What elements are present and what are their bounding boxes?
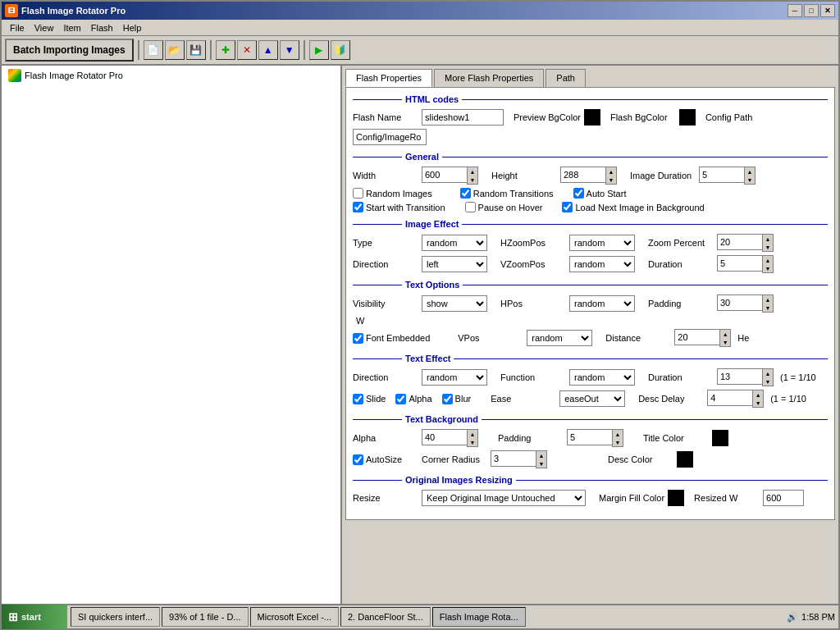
random-transitions-checkbox[interactable] [460, 188, 471, 199]
image-duration-input[interactable] [699, 167, 744, 183]
preview-bgcolor-swatch[interactable] [584, 109, 600, 126]
start-with-transition-checkbox[interactable] [353, 202, 363, 212]
add-button[interactable]: ✚ [216, 40, 235, 60]
minimize-button[interactable]: ─ [788, 4, 802, 17]
te-slide-checkbox[interactable] [353, 394, 363, 404]
config-path-input[interactable] [353, 129, 427, 145]
width-spin-down[interactable]: ▼ [468, 176, 477, 184]
auto-start-checkbox-label[interactable]: Auto Start [573, 188, 627, 199]
image-duration-spin-down[interactable]: ▼ [745, 176, 755, 184]
oir-resized-w-input[interactable] [763, 490, 804, 506]
play-button[interactable]: ▶ [309, 40, 329, 60]
height-spin-up[interactable]: ▲ [606, 167, 616, 176]
image-duration-spin-up[interactable]: ▲ [745, 167, 755, 176]
save-button[interactable]: 💾 [186, 40, 206, 60]
taskbar-item-3[interactable]: 2. DanceFloor St... [340, 607, 431, 627]
tb-corner-radius-spin-down[interactable]: ▼ [536, 459, 546, 468]
to-distance-spin-down[interactable]: ▼ [720, 338, 730, 346]
height-input[interactable] [560, 167, 605, 183]
to-distance-input[interactable] [674, 329, 719, 345]
tb-corner-radius-spin-up[interactable]: ▲ [536, 451, 546, 459]
tb-desc-color-swatch[interactable] [677, 451, 693, 468]
taskbar-item-2[interactable]: Microsoft Excel -... [250, 607, 339, 627]
pause-on-hover-checkbox[interactable] [465, 202, 476, 212]
tab-flash-properties[interactable]: Flash Properties [345, 69, 432, 87]
random-images-checkbox-label[interactable]: Random Images [353, 188, 432, 199]
up-button[interactable]: ▲ [258, 40, 278, 60]
width-spin-up[interactable]: ▲ [468, 167, 477, 176]
te-blur-checkbox[interactable] [442, 394, 453, 404]
flash-name-input[interactable] [422, 109, 504, 126]
menu-help[interactable]: Help [118, 21, 147, 34]
flash-bgcolor-swatch[interactable] [679, 109, 696, 126]
close-button[interactable]: ✕ [820, 4, 835, 17]
te-desc-delay-spin-up[interactable]: ▲ [753, 390, 763, 399]
tab-more-flash-properties[interactable]: More Flash Properties [434, 69, 544, 87]
ie-vzoompos-dropdown[interactable]: random [569, 256, 635, 272]
restore-button[interactable]: □ [804, 4, 819, 17]
down-button[interactable]: ▼ [280, 40, 299, 60]
ie-type-dropdown[interactable]: random [422, 235, 487, 251]
tb-autosize-checkbox-label[interactable]: AutoSize [353, 454, 402, 465]
taskbar-item-0[interactable]: SI quickers interf... [71, 607, 160, 627]
new-button[interactable]: 📄 [144, 40, 163, 60]
ie-duration-spin-down[interactable]: ▼ [763, 264, 773, 272]
oir-resize-dropdown[interactable]: Keep Original Image Untouched [422, 490, 586, 506]
menu-flash[interactable]: Flash [86, 21, 118, 34]
open-button[interactable]: 📂 [165, 40, 185, 60]
te-duration-spin-up[interactable]: ▲ [763, 369, 773, 377]
ie-zoom-percent-input[interactable] [717, 234, 762, 250]
to-distance-spin-up[interactable]: ▲ [720, 330, 730, 338]
random-transitions-checkbox-label[interactable]: Random Transitions [460, 188, 554, 199]
menu-item[interactable]: Item [58, 21, 85, 34]
start-with-transition-checkbox-label[interactable]: Start with Transition [353, 202, 445, 212]
oir-margin-fill-color-swatch[interactable] [668, 490, 684, 506]
taskbar-item-4[interactable]: Flash Image Rota... [432, 607, 526, 627]
te-desc-delay-input[interactable] [707, 390, 752, 406]
tb-padding-spin-down[interactable]: ▼ [613, 438, 623, 446]
font-embedded-checkbox-label[interactable]: Font Embedded [353, 333, 430, 344]
te-alpha-checkbox-label[interactable]: Alpha [395, 394, 431, 404]
import-button[interactable]: 🔰 [331, 40, 350, 60]
te-direction-dropdown[interactable]: random [422, 369, 487, 386]
auto-start-checkbox[interactable] [573, 188, 584, 199]
load-next-image-checkbox[interactable] [562, 202, 573, 212]
ie-zoom-percent-spin-up[interactable]: ▲ [763, 235, 773, 243]
tb-autosize-checkbox[interactable] [353, 454, 363, 465]
to-padding-spin-up[interactable]: ▲ [763, 295, 773, 304]
ie-duration-spin-up[interactable]: ▲ [763, 256, 773, 264]
load-next-image-checkbox-label[interactable]: Load Next Image in Background [562, 202, 704, 212]
tb-alpha-spin-down[interactable]: ▼ [468, 438, 477, 446]
te-desc-delay-spin-down[interactable]: ▼ [753, 399, 763, 407]
tb-alpha-input[interactable] [422, 429, 467, 445]
to-padding-input[interactable] [717, 294, 762, 311]
tree-item-root[interactable]: Flash Image Rotator Pro [2, 66, 340, 85]
tb-title-color-swatch[interactable] [712, 430, 728, 446]
font-embedded-checkbox[interactable] [353, 333, 363, 344]
tb-corner-radius-input[interactable] [491, 450, 536, 467]
pause-on-hover-checkbox-label[interactable]: Pause on Hover [465, 202, 543, 212]
te-ease-dropdown[interactable]: easeOut [559, 390, 625, 407]
te-blur-checkbox-label[interactable]: Blur [442, 394, 472, 404]
ie-duration-input[interactable] [717, 255, 762, 272]
ie-hzoompos-dropdown[interactable]: random [569, 235, 635, 251]
te-duration-spin-down[interactable]: ▼ [763, 377, 773, 386]
tb-alpha-spin-up[interactable]: ▲ [468, 430, 477, 438]
menu-view[interactable]: View [30, 21, 59, 34]
tb-padding-input[interactable] [567, 429, 612, 445]
start-button[interactable]: ⊞ start [2, 605, 67, 629]
batch-import-button[interactable]: Batch Importing Images [5, 39, 134, 62]
random-images-checkbox[interactable] [353, 188, 363, 199]
te-function-dropdown[interactable]: random [569, 369, 635, 386]
to-hpos-dropdown[interactable]: random [569, 295, 635, 312]
ie-direction-dropdown[interactable]: left [422, 256, 487, 272]
menu-file[interactable]: File [5, 21, 30, 34]
to-padding-spin-down[interactable]: ▼ [763, 304, 773, 312]
tab-path[interactable]: Path [546, 69, 586, 87]
te-duration-input[interactable] [717, 368, 762, 385]
to-visibility-dropdown[interactable]: show [422, 295, 487, 312]
height-spin-down[interactable]: ▼ [606, 176, 616, 184]
to-vpos-dropdown[interactable]: random [527, 330, 592, 346]
width-input[interactable] [422, 167, 467, 183]
delete-button[interactable]: ✕ [237, 40, 257, 60]
